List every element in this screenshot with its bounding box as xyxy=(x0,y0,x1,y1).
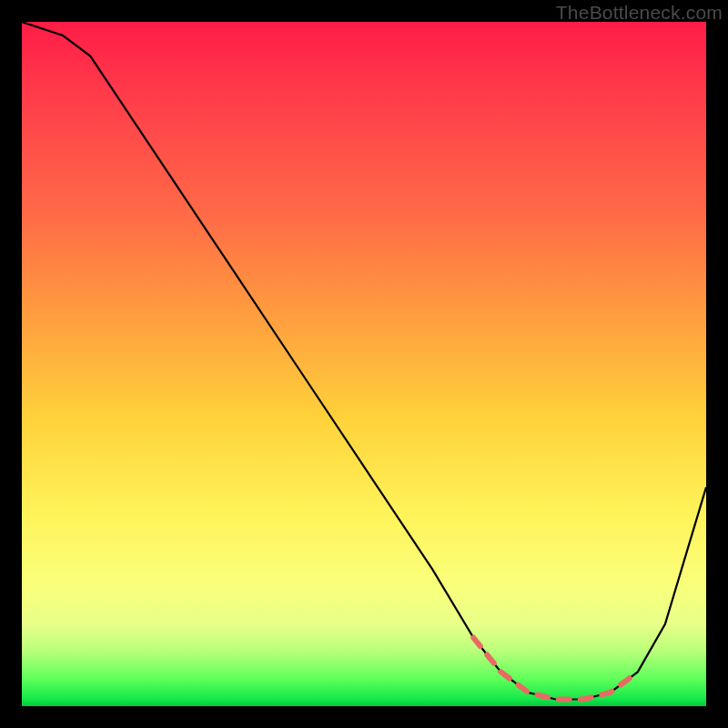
chart-plot-area xyxy=(22,22,706,706)
watermark-text: TheBottleneck.com xyxy=(556,2,723,24)
bottleneck-curve-path xyxy=(22,22,706,700)
curve-svg xyxy=(22,22,706,706)
chart-stage: TheBottleneck.com xyxy=(0,0,728,728)
